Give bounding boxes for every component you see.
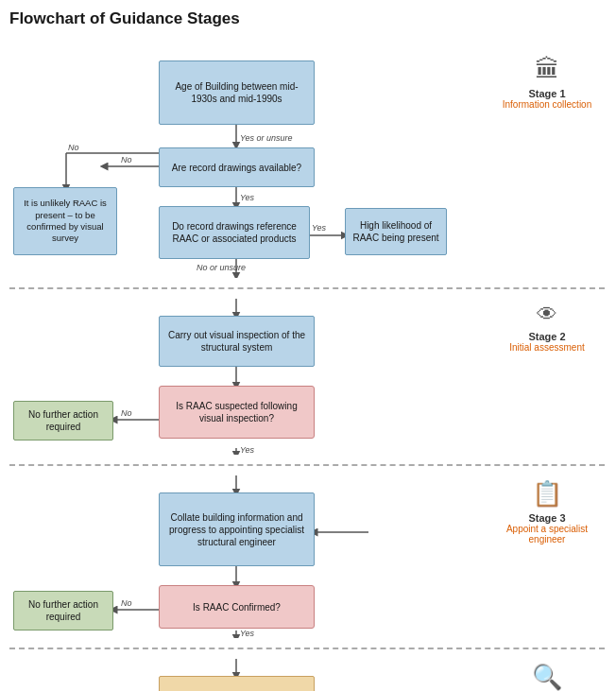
stage-section-3: No Yes Collate building information and … — [9, 466, 605, 649]
flow-area-1: Yes or unsure Yes Yes No or unsure No No — [9, 51, 482, 278]
box-visual-inspection: Carry out visual inspection of the struc… — [159, 316, 315, 367]
stage1-icon: 🏛 — [535, 55, 559, 84]
stage-info-1: 🏛 Stage 1 Information collection — [482, 51, 605, 110]
flowchart: Yes or unsure Yes Yes No or unsure No No — [9, 42, 605, 691]
stage2-subtitle: Initial assessment — [509, 342, 584, 353]
flow-area-4: Undertake detailed survey — [9, 659, 482, 691]
box-detailed-survey: Undertake detailed survey — [159, 676, 315, 691]
flow-area-3: No Yes Collate building information and … — [9, 475, 482, 638]
stage1-title: Stage 1 — [528, 88, 565, 99]
stage2-title: Stage 2 — [528, 331, 565, 342]
stage-section-1: Yes or unsure Yes Yes No or unsure No No — [9, 42, 605, 289]
svg-text:No: No — [121, 598, 132, 608]
flow-area-2: No Yes Carry out visual inspection of th… — [9, 299, 482, 455]
svg-text:Yes: Yes — [312, 223, 327, 233]
box-high-likelihood: High likelihood of RAAC being present — [345, 208, 447, 255]
stage1-subtitle: Information collection — [503, 99, 592, 110]
stage-info-3: 📋 Stage 3 Appoint a specialist engineer — [482, 475, 605, 544]
box-raac-confirmed: Is RAAC Confirmed? — [159, 585, 315, 629]
page-title: Flowchart of Guidance Stages — [9, 9, 607, 28]
box-record-drawings: Are record drawings available? — [159, 147, 315, 187]
svg-text:Yes: Yes — [240, 629, 255, 638]
svg-text:No or unsure: No or unsure — [197, 263, 246, 272]
svg-text:No: No — [68, 143, 79, 152]
svg-text:No: No — [121, 155, 132, 164]
box-no-further-2: No further action required — [13, 591, 113, 631]
stage2-icon: 👁 — [537, 302, 557, 327]
stage3-title: Stage 3 — [528, 512, 565, 524]
box-no-further-1: No further action required — [13, 401, 113, 441]
svg-text:Yes: Yes — [240, 193, 255, 202]
svg-text:Yes or unsure: Yes or unsure — [240, 133, 293, 143]
box-age-building: Age of Building between mid-1930s and mi… — [159, 60, 315, 125]
svg-text:Yes: Yes — [240, 445, 255, 455]
svg-text:No: No — [121, 408, 132, 418]
stage3-subtitle: Appoint a specialist engineer — [489, 524, 605, 544]
box-collate-building: Collate building information and progres… — [159, 492, 315, 566]
box-raac-drawings: Do record drawings reference RAAC or ass… — [159, 206, 310, 259]
stage-info-4: 🔍 Stage 4 Detailed assessment — [482, 659, 605, 691]
stage3-icon: 📋 — [532, 479, 562, 509]
stage-section-4: Undertake detailed survey 🔍 Stage 4 Deta… — [9, 649, 605, 691]
stage4-icon: 🔍 — [532, 663, 562, 691]
stage-section-2: No Yes Carry out visual inspection of th… — [9, 289, 605, 466]
box-raac-suspected: Is RAAC suspected following visual inspe… — [159, 386, 315, 439]
stage-info-2: 👁 Stage 2 Initial assessment — [482, 299, 605, 353]
box-unlikely-raac: It is unlikely RAAC is present – to be c… — [13, 187, 117, 255]
